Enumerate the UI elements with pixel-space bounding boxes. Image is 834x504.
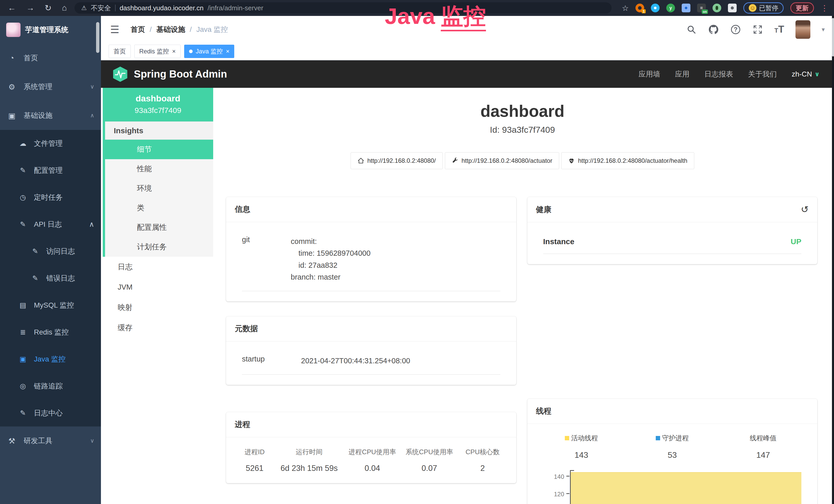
sidebar-item-error-logs[interactable]: ✎ 错误日志 <box>0 265 101 292</box>
browser-reload-button[interactable]: ↻ <box>45 3 52 13</box>
browser-forward-button[interactable]: → <box>26 3 35 13</box>
legend-live-threads: 活动线程 <box>536 434 627 443</box>
legend-peak-threads: 线程峰值 <box>718 434 809 443</box>
tags-view: 首页 Redis 监控 × Java 监控 × <box>101 43 834 60</box>
sidebar-item-system[interactable]: ⚙ 系统管理 ∨ <box>0 72 101 101</box>
avatar-caret-icon[interactable]: ▾ <box>822 26 825 33</box>
tab-home[interactable]: 首页 <box>109 45 131 58</box>
home-icon <box>357 157 364 164</box>
history-icon[interactable]: ↺ <box>801 204 809 215</box>
font-size-icon[interactable]: TT <box>774 24 784 35</box>
browser-address-bar[interactable]: ⚠ 不安全 dashboard.yudao.iocoder.cn /infra/… <box>74 2 612 14</box>
browser-menu-icon[interactable]: ⋮ <box>821 4 828 13</box>
sba-locale-select[interactable]: zh-CN ∨ <box>792 70 820 78</box>
sidebar-item-java-monitor[interactable]: ▣ Java 监控 <box>0 346 101 372</box>
sidebar-item-infrastructure[interactable]: ▣ 基础设施 ∧ <box>0 101 101 130</box>
live-threads-value: 143 <box>536 450 627 460</box>
menu-item-details[interactable]: 细节 <box>105 140 213 159</box>
close-icon[interactable]: × <box>172 48 176 55</box>
tab-java-monitor[interactable]: Java 监控 × <box>184 45 234 58</box>
app-logo <box>6 23 21 37</box>
sidebar-scrollbar-thumb[interactable] <box>96 22 100 53</box>
bookmark-star-icon[interactable]: ☆ <box>622 4 629 13</box>
sidebar-item-access-logs[interactable]: ✎ 访问日志 <box>0 238 101 265</box>
sba-brand[interactable]: Spring Boot Admin <box>112 66 227 83</box>
menu-item-classes[interactable]: 类 <box>105 198 213 218</box>
menu-item-jvm[interactable]: JVM <box>103 277 213 297</box>
sidebar-item-api-logs[interactable]: ✎ API 日志 ∧ <box>0 211 101 238</box>
status-badge: UP <box>791 237 802 246</box>
extension-icon-orange[interactable]: 1 <box>635 4 644 12</box>
info-card: 信息 git commit: time: 1596289704000 id: 2… <box>226 197 516 301</box>
extensions-puzzle-icon[interactable] <box>728 4 737 12</box>
chevron-up-icon: ∧ <box>89 220 94 229</box>
menu-item-logs[interactable]: 日志 <box>103 257 213 277</box>
window-scrollbar-thumb[interactable] <box>832 18 834 56</box>
extension-pin-icon[interactable] <box>651 4 660 12</box>
threads-area-series <box>571 472 802 504</box>
extension-grid-icon[interactable] <box>682 4 690 12</box>
sidebar-item-redis-monitor[interactable]: ≣ Redis 监控 <box>0 319 101 346</box>
app-logo-row[interactable]: 芋道管理系统 <box>0 16 101 44</box>
cpu-cores: 2 <box>458 464 507 473</box>
sidebar-item-file-management[interactable]: ☁ 文件管理 <box>0 130 101 157</box>
breadcrumb-current: Java 监控 <box>196 25 228 35</box>
health-url-link[interactable]: http://192.168.0.2:48080/actuator/health <box>561 152 694 169</box>
process-pid: 5261 <box>235 464 274 473</box>
service-url-link[interactable]: http://192.168.0.2:48080/ <box>351 152 443 169</box>
sba-logo-icon <box>112 66 128 83</box>
instance-sidebar: dashboard 93a3fc7f7409 Insights 细节 性能 环境… <box>103 88 213 504</box>
sidebar-item-scheduled-tasks[interactable]: ◷ 定时任务 <box>0 184 101 211</box>
browser-back-button[interactable]: ← <box>8 3 16 13</box>
toolbox-icon: ⚒ <box>7 436 17 445</box>
search-icon[interactable] <box>686 24 697 35</box>
menu-item-config-props[interactable]: 配置属性 <box>105 218 213 237</box>
system-cpu: 0.07 <box>401 464 458 473</box>
sba-nav-about[interactable]: 关于我们 <box>748 69 777 79</box>
breadcrumb-infrastructure[interactable]: 基础设施 <box>156 25 185 35</box>
actuator-url-link[interactable]: http://192.168.0.2:48080/actuator <box>445 152 559 169</box>
profile-paused-chip[interactable]: ☺ 已暂停 <box>743 2 784 14</box>
sidebar-item-log-center[interactable]: ✎ 日志中心 <box>0 399 101 427</box>
sba-nav-wallboard[interactable]: 应用墙 <box>639 69 660 79</box>
menu-item-mappings[interactable]: 映射 <box>103 297 213 318</box>
edit-icon: ✎ <box>18 166 28 175</box>
chevron-up-icon: ∧ <box>90 112 94 119</box>
sba-nav-applications[interactable]: 应用 <box>675 69 689 79</box>
menu-item-scheduled-tasks[interactable]: 计划任务 <box>105 237 213 257</box>
breadcrumb-home[interactable]: 首页 <box>131 25 145 35</box>
window-scrollbar-track[interactable] <box>832 16 834 504</box>
gear-icon: ⚙ <box>7 83 17 91</box>
help-icon[interactable]: ? <box>730 24 741 35</box>
tab-redis-monitor[interactable]: Redis 监控 × <box>134 45 180 58</box>
metadata-card-title: 元数据 <box>235 323 258 334</box>
menu-item-metrics[interactable]: 性能 <box>105 159 213 179</box>
monitor-icon: ▣ <box>18 355 28 363</box>
process-cpu: 0.04 <box>344 464 401 473</box>
github-icon[interactable] <box>708 24 719 35</box>
extension-list-icon[interactable]: ≡on <box>697 4 706 12</box>
menu-item-caches[interactable]: 缓存 <box>103 318 213 338</box>
fullscreen-icon[interactable] <box>752 24 763 35</box>
extension-plant-icon[interactable] <box>712 4 721 12</box>
log-icon: ✎ <box>18 220 28 229</box>
user-avatar[interactable] <box>795 20 810 39</box>
sidebar-item-tracing[interactable]: ◎ 链路追踪 <box>0 372 101 399</box>
sidebar-item-home[interactable]: ◔ 首页 <box>0 44 101 72</box>
threads-card: 线程 活动线程 守护进程 线程峰值 <box>527 399 817 504</box>
insights-section-title: Insights <box>105 121 213 140</box>
sidebar-item-mysql-monitor[interactable]: ▤ MySQL 监控 <box>0 292 101 319</box>
sba-nav-journal[interactable]: 日志报表 <box>704 69 733 79</box>
sidebar-item-config-management[interactable]: ✎ 配置管理 <box>0 157 101 184</box>
sidebar-item-dev-tools[interactable]: ⚒ 研发工具 ∨ <box>0 427 101 455</box>
menu-item-environment[interactable]: 环境 <box>105 179 213 198</box>
extension-y-icon[interactable]: y <box>666 4 675 12</box>
annotation-java-monitor: Java监控 <box>385 1 486 31</box>
info-row-git: git commit: time: 1596289704000 id: 27aa… <box>242 233 500 291</box>
browser-home-button[interactable]: ⌂ <box>62 3 67 13</box>
close-icon[interactable]: × <box>226 48 229 55</box>
hamburger-icon[interactable]: ☰ <box>110 24 119 36</box>
timer-icon: ◷ <box>18 193 28 202</box>
browser-update-button[interactable]: 更新 <box>790 2 814 14</box>
instance-header[interactable]: dashboard 93a3fc7f7409 <box>103 88 213 121</box>
